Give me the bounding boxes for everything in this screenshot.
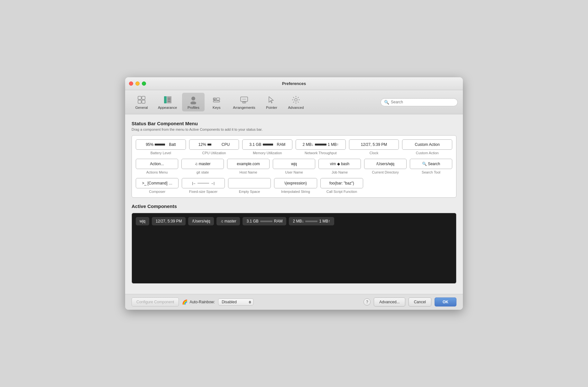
svg-point-19	[295, 99, 297, 101]
advanced-button[interactable]: Advanced...	[374, 297, 405, 307]
composer-btn[interactable]: >_ [Command] …	[136, 178, 179, 188]
status-bar-section-title: Status Bar Component Menu	[132, 121, 456, 126]
custom-btn[interactable]: Custom Action	[402, 139, 452, 150]
svg-rect-7	[168, 99, 170, 100]
cpu-text: 12%	[198, 142, 206, 147]
search-box: 🔍	[381, 98, 458, 106]
component-jobname: vim ◆ bash Job Name	[318, 159, 361, 174]
cpu-btn[interactable]: 12% CPU	[189, 139, 239, 150]
svg-point-9	[191, 97, 195, 100]
sidebar-item-advanced[interactable]: Advanced	[283, 93, 308, 111]
component-clock: 12/27, 5:39 PM Clock	[349, 139, 399, 155]
active-chip-ram[interactable]: 3.1 GB RAM	[243, 217, 286, 225]
svg-text:⌘: ⌘	[213, 98, 216, 100]
sidebar-item-keys[interactable]: ⌘ Keys	[205, 93, 228, 111]
rainbow-icon: 🌈	[182, 299, 188, 305]
chip-git-text: ♫ master	[220, 219, 236, 223]
git-text: ♫ master	[195, 162, 210, 166]
sidebar-item-pointer[interactable]: Pointer	[260, 93, 283, 111]
keys-icon: ⌘	[211, 95, 222, 105]
battery-btn[interactable]: 95% Batt	[136, 139, 186, 150]
help-button[interactable]: ?	[363, 298, 371, 306]
actions-btn[interactable]: Action...	[136, 159, 178, 169]
svg-rect-14	[213, 101, 220, 102]
chip-net-text2: 1 MB↑	[319, 219, 330, 223]
svg-rect-2	[138, 100, 141, 103]
appearance-icon	[162, 95, 173, 105]
ok-button[interactable]: OK	[435, 297, 456, 307]
spacer-arrow-left: |←	[192, 182, 197, 185]
net-bar	[315, 144, 326, 146]
battery-text: 95%	[146, 142, 153, 147]
jobname-btn[interactable]: vim ◆ bash	[318, 159, 361, 169]
sidebar-item-arrangements[interactable]: Arrangements	[228, 93, 260, 111]
components-grid: 95% Batt Battery Level 12% CPU CPU Utili…	[132, 135, 456, 198]
toolbar: General Appearance	[125, 90, 463, 114]
git-btn[interactable]: ♫ master	[181, 159, 224, 169]
chip-ram-text2: RAM	[274, 219, 283, 223]
memory-bar	[263, 144, 276, 146]
username-btn[interactable]: wjq	[273, 159, 315, 169]
chip-user-text: wjq	[140, 219, 145, 223]
actions-text: Action...	[150, 162, 164, 166]
svg-line-24	[293, 97, 294, 98]
sidebar-item-general[interactable]: General	[130, 93, 153, 111]
memory-btn[interactable]: 3.1 GB RAM	[242, 139, 292, 150]
configure-button[interactable]: Configure Component	[132, 297, 179, 307]
chevron-up-icon	[249, 301, 251, 302]
memory-text: 3.1 GB	[249, 142, 261, 147]
component-placeholder-1	[366, 178, 452, 194]
svg-rect-3	[142, 100, 145, 103]
component-hostname: example.com Host Name	[227, 159, 270, 174]
general-icon	[136, 95, 147, 105]
chip-ram-text: 3.1 GB	[246, 219, 258, 223]
interpolated-btn[interactable]: \(expression)	[274, 178, 317, 188]
search-icon: 🔍	[384, 100, 389, 105]
svg-line-27	[293, 102, 294, 103]
spacer-btn[interactable]: |← →|	[182, 178, 225, 188]
clock-btn[interactable]: 12/27, 5:39 PM	[349, 139, 399, 150]
username-text: wjq	[291, 162, 297, 166]
search-input[interactable]	[391, 100, 454, 104]
maximize-button[interactable]	[142, 81, 146, 86]
general-label: General	[135, 106, 148, 109]
active-chip-dir[interactable]: /Users/wjq	[188, 217, 214, 225]
traffic-lights	[129, 81, 146, 86]
auto-rainbow-text: Auto-Rainbow:	[189, 300, 215, 304]
svg-rect-1	[142, 96, 145, 99]
currentdir-btn[interactable]: /Users/wjq	[364, 159, 407, 169]
actions-label: Actions Menu	[146, 170, 168, 174]
network-btn[interactable]: 2 MB↓ 1 MB↑	[296, 139, 346, 150]
active-chip-net[interactable]: 2 MB↓ 1 MB↑	[289, 217, 334, 225]
battery-label: Battery Level	[151, 151, 171, 155]
chip-net-text: 2 MB↓	[293, 219, 304, 223]
component-username: wjq User Name	[273, 159, 315, 174]
cancel-button[interactable]: Cancel	[409, 297, 431, 307]
active-chip-git[interactable]: ♫ master	[216, 217, 240, 225]
callscript-btn[interactable]: foo(bar: "baz")	[320, 178, 363, 188]
appearance-label: Appearance	[158, 106, 177, 109]
username-label: User Name	[285, 170, 303, 174]
advanced-label: Advanced	[288, 106, 304, 109]
hostname-btn[interactable]: example.com	[227, 159, 270, 169]
components-row-2: Action... Actions Menu ♫ master git stat…	[136, 159, 452, 174]
minimize-button[interactable]	[135, 81, 140, 86]
active-chip-clock[interactable]: 12/27, 5:39 PM	[152, 217, 186, 225]
auto-rainbow-select[interactable]: Disabled	[218, 298, 253, 306]
component-git: ♫ master git state	[181, 159, 224, 174]
hostname-text: example.com	[237, 162, 260, 166]
bottom-bar: Configure Component 🌈 Auto-Rainbow: Disa…	[125, 294, 463, 310]
jobname-text: vim ◆ bash	[330, 162, 349, 166]
callscript-label: Call Script Function	[326, 190, 357, 194]
spacer-label: Fixed-size Spacer	[189, 190, 217, 194]
sidebar-item-profiles[interactable]: Profiles	[182, 93, 205, 111]
active-components-box[interactable]: wjq 12/27, 5:39 PM /Users/wjq ♫ master 3…	[132, 213, 456, 284]
close-button[interactable]	[129, 81, 133, 86]
sidebar-item-appearance[interactable]: Appearance	[153, 93, 181, 111]
keys-label: Keys	[213, 106, 220, 109]
active-chip-user[interactable]: wjq	[136, 217, 149, 225]
composer-text: >_ [Command] …	[142, 181, 172, 185]
searchtool-btn[interactable]: 🔍 Search	[410, 159, 452, 169]
custom-text: Custom Action	[415, 142, 440, 147]
emptyspace-btn[interactable]	[228, 178, 271, 188]
